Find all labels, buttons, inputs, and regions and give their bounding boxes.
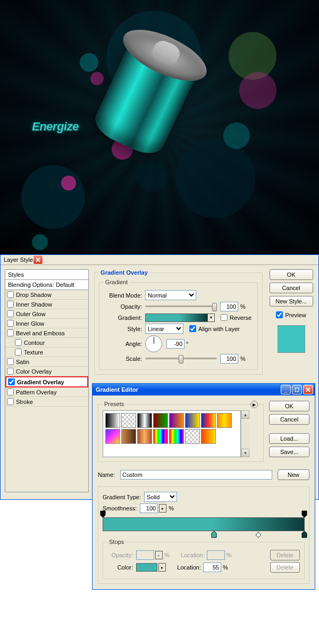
reverse-checkbox[interactable]: Reverse [219, 313, 253, 322]
preset-swatch[interactable] [121, 429, 136, 444]
type-label: Gradient Type: [103, 494, 141, 500]
bubble [80, 53, 98, 72]
artwork-canvas: Energize [0, 0, 319, 254]
dialog-title: Gradient Editor [96, 386, 138, 393]
new-style-button[interactable]: New Style... [270, 296, 313, 307]
type-select[interactable]: Solid [144, 492, 177, 500]
bubble [32, 234, 48, 250]
ok-button[interactable]: OK [269, 401, 309, 411]
style-item-satin[interactable]: Satin [5, 357, 88, 366]
load-button[interactable]: Load... [269, 433, 309, 444]
opacity-label: Opacity: [104, 303, 142, 310]
style-item-outer-glow[interactable]: Outer Glow [5, 309, 88, 318]
style-select[interactable]: Linear [145, 324, 183, 334]
presets-legend: Presets [103, 401, 125, 407]
style-item-drop-shadow[interactable]: Drop Shadow [5, 290, 88, 299]
blend-mode-select[interactable]: Normal [145, 290, 196, 300]
scrollbar[interactable]: ▲ ▼ [241, 410, 249, 457]
style-item-inner-shadow[interactable]: Inner Shadow [5, 300, 88, 309]
ok-button[interactable]: OK [270, 269, 313, 280]
style-item-pattern-overlay[interactable]: Pattern Overlay [5, 387, 88, 397]
presets-menu-icon[interactable]: ▶ [250, 401, 258, 408]
angle-input[interactable] [166, 339, 184, 349]
gradient-label: Gradient: [104, 315, 142, 321]
dialog-buttons: OK Cancel New Style... Preview [268, 269, 314, 353]
close-icon[interactable]: ✕ [33, 255, 43, 265]
angle-label: Angle: [104, 341, 142, 347]
preset-swatch[interactable] [201, 413, 216, 428]
deg-label: ° [186, 341, 188, 347]
style-item-contour[interactable]: Contour [5, 338, 88, 347]
preset-swatch[interactable] [217, 413, 232, 428]
bubble [21, 165, 85, 229]
style-item-stroke[interactable]: Stroke [5, 397, 88, 406]
maximize-icon[interactable]: ☐ [292, 385, 302, 394]
dialog-titlebar[interactable]: Layer Style ✕ [1, 255, 318, 265]
logo-text: Energize [32, 120, 79, 134]
preset-swatch[interactable] [169, 429, 184, 444]
preset-swatch[interactable] [201, 429, 216, 444]
minimize-icon[interactable]: _ [281, 385, 291, 394]
preset-swatch[interactable] [121, 413, 136, 428]
gradient-preview[interactable] [145, 313, 208, 322]
gradient-dropdown-icon[interactable]: ▾ [207, 313, 215, 322]
style-item-inner-glow[interactable]: Inner Glow [5, 319, 88, 328]
style-item-gradient-overlay[interactable]: Gradient Overlay [6, 377, 87, 386]
gradient-editor-dialog: Gradient Editor _ ☐ ✕ Presets ▶ ▲ ▼ [92, 383, 315, 500]
name-label: Name: [98, 472, 120, 478]
section-legend: Gradient Overlay [99, 269, 149, 276]
pct-label: % [240, 303, 246, 310]
preset-swatch[interactable] [153, 429, 168, 444]
close-icon[interactable]: ✕ [303, 385, 313, 394]
save-button[interactable]: Save... [269, 447, 309, 457]
preview-swatch [278, 325, 305, 353]
cancel-button[interactable]: Cancel [269, 414, 309, 425]
scale-input[interactable] [220, 354, 238, 364]
blending-options-item[interactable]: Blending Options: Default [5, 280, 88, 290]
bubble [175, 138, 255, 218]
name-input[interactable] [120, 470, 272, 480]
cancel-button[interactable]: Cancel [270, 283, 313, 293]
new-button[interactable]: New [278, 469, 309, 480]
align-checkbox[interactable]: Align with Layer [188, 324, 241, 333]
opacity-input[interactable] [220, 302, 238, 311]
preset-swatch[interactable] [169, 413, 184, 428]
preset-swatch[interactable] [137, 429, 152, 444]
styles-header[interactable]: Styles [5, 270, 88, 280]
bubble [61, 176, 76, 191]
style-item-bevel-and-emboss[interactable]: Bevel and Emboss [5, 328, 88, 337]
scroll-down-icon: ▼ [241, 449, 249, 457]
presets-grid [103, 410, 241, 457]
dialog-title: Layer Style [4, 257, 33, 263]
style-item-texture[interactable]: Texture [5, 348, 88, 357]
preset-swatch[interactable] [137, 413, 152, 428]
scale-label: Scale: [104, 356, 142, 362]
bubble [239, 72, 276, 109]
style-item-color-overlay[interactable]: Color Overlay [5, 367, 88, 376]
scale-slider[interactable] [145, 354, 217, 364]
pct-label: % [240, 356, 246, 362]
preset-swatch[interactable] [105, 413, 120, 428]
bubble [223, 122, 250, 149]
scroll-up-icon: ▲ [241, 410, 249, 419]
preset-swatch[interactable] [105, 429, 120, 444]
preset-swatch[interactable] [185, 413, 200, 428]
styles-list: Styles Blending Options: Default Drop Sh… [5, 269, 89, 492]
gradient-overlay-panel: Gradient Overlay Gradient Blend Mode: No… [94, 269, 263, 375]
group-legend: Gradient [104, 279, 129, 285]
preset-swatch[interactable] [153, 413, 168, 428]
preview-checkbox[interactable]: Preview [274, 310, 307, 319]
style-label: Style: [104, 326, 142, 332]
dialog-titlebar[interactable]: Gradient Editor _ ☐ ✕ [93, 384, 315, 395]
opacity-slider[interactable] [145, 302, 217, 311]
preset-swatch[interactable] [185, 429, 200, 444]
blend-mode-label: Blend Mode: [104, 292, 142, 299]
angle-dial[interactable] [145, 335, 162, 352]
